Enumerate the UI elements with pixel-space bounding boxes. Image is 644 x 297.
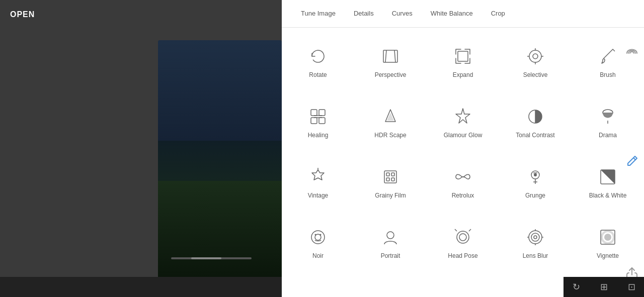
photo-scrollbar-thumb — [191, 257, 221, 259]
healing-icon — [308, 107, 328, 127]
svg-rect-3 — [458, 51, 468, 61]
rainbow-icon[interactable] — [623, 40, 641, 58]
bottom-icon-1[interactable]: ↻ — [573, 281, 580, 292]
tool-grainy-film[interactable]: Grainy Film — [354, 153, 427, 214]
bottom-icon-3[interactable]: ⊡ — [628, 281, 635, 292]
left-panel: OPEN — [0, 0, 282, 297]
perspective-icon — [380, 46, 400, 66]
tool-glamour-glow[interactable]: Glamour Glow — [427, 93, 499, 153]
svg-line-45 — [469, 229, 471, 231]
vignette-icon — [598, 227, 618, 247]
svg-line-56 — [633, 158, 635, 160]
svg-line-2 — [394, 50, 395, 62]
tab-crop[interactable]: Crop — [482, 0, 514, 28]
glamour-glow-label: Glamour Glow — [444, 132, 482, 140]
black-white-icon — [598, 167, 618, 187]
tool-perspective[interactable]: Perspective — [354, 33, 427, 93]
hdr-scape-icon — [380, 107, 400, 127]
healing-label: Healing — [308, 132, 329, 140]
svg-rect-13 — [311, 118, 317, 124]
top-tabs: Tune Image Details Curves White Balance … — [282, 0, 644, 28]
bottom-strip — [0, 277, 282, 297]
svg-point-4 — [529, 50, 541, 62]
svg-point-43 — [459, 234, 466, 241]
svg-rect-28 — [391, 173, 394, 176]
tool-hdr-scape[interactable]: HDR Scape — [354, 93, 427, 153]
selective-icon — [525, 46, 545, 66]
svg-point-5 — [533, 54, 538, 59]
bottom-icon-2[interactable]: ⊞ — [600, 281, 608, 292]
svg-rect-29 — [386, 178, 389, 181]
vintage-label: Vintage — [308, 192, 328, 200]
tonal-contrast-label: Tonal Contrast — [516, 132, 554, 140]
lens-blur-icon — [525, 227, 545, 247]
tool-rotate[interactable]: Rotate — [282, 33, 354, 93]
grunge-label: Grunge — [525, 192, 545, 200]
pencil-icon[interactable] — [623, 152, 641, 170]
expand-label: Expand — [453, 71, 473, 79]
open-button[interactable]: OPEN — [10, 10, 35, 19]
hdr-scape-label: HDR Scape — [374, 132, 406, 140]
photo-scrollbar[interactable] — [171, 257, 252, 259]
brush-icon — [598, 46, 618, 66]
drama-icon — [598, 107, 618, 127]
tool-expand[interactable]: Expand — [427, 33, 499, 93]
svg-rect-42 — [457, 231, 469, 243]
tonal-contrast-icon — [525, 107, 545, 127]
tab-tune-image[interactable]: Tune Image — [292, 0, 345, 28]
selective-label: Selective — [523, 71, 548, 79]
tool-selective[interactable]: Selective — [499, 33, 572, 93]
svg-rect-11 — [311, 110, 317, 116]
svg-rect-12 — [319, 110, 325, 116]
svg-rect-14 — [319, 118, 325, 124]
svg-rect-27 — [386, 173, 389, 176]
glamour-glow-icon — [453, 107, 473, 127]
tool-grunge[interactable]: Grunge — [499, 153, 572, 214]
tab-details[interactable]: Details — [345, 0, 383, 28]
tab-curves[interactable]: Curves — [383, 0, 422, 28]
perspective-label: Perspective — [375, 71, 407, 79]
grainy-film-icon — [380, 167, 400, 187]
tools-grid: Rotate Perspective — [282, 33, 644, 274]
noir-icon — [308, 227, 328, 247]
vintage-icon — [308, 167, 328, 187]
expand-icon — [453, 46, 473, 66]
tool-vintage[interactable]: Vintage — [282, 153, 354, 214]
noir-label: Noir — [312, 252, 324, 260]
brush-label: Brush — [600, 71, 615, 79]
photo-preview — [158, 40, 282, 281]
svg-point-39 — [315, 234, 316, 236]
lens-blur-label: Lens Blur — [523, 252, 548, 260]
svg-line-44 — [455, 229, 457, 231]
svg-point-41 — [387, 232, 394, 239]
tool-retrolux[interactable]: Retrolux — [427, 153, 499, 214]
svg-marker-24 — [312, 170, 324, 180]
svg-rect-30 — [391, 178, 394, 181]
svg-rect-26 — [384, 171, 396, 183]
svg-line-1 — [385, 50, 386, 62]
svg-point-37 — [311, 231, 325, 244]
portrait-label: Portrait — [381, 252, 400, 260]
tool-head-pose[interactable]: Head Pose — [427, 214, 499, 274]
tool-healing[interactable]: Healing — [282, 93, 354, 153]
svg-marker-18 — [387, 113, 394, 121]
rotate-label: Rotate — [309, 71, 327, 79]
tool-portrait[interactable]: Portrait — [354, 214, 427, 274]
tools-container: Rotate Perspective — [282, 28, 644, 297]
portrait-icon — [380, 227, 400, 247]
head-pose-icon — [453, 227, 473, 247]
head-pose-label: Head Pose — [448, 252, 477, 260]
drama-label: Drama — [599, 132, 617, 140]
svg-line-10 — [613, 49, 615, 51]
svg-point-47 — [531, 233, 539, 241]
tool-tonal-contrast[interactable]: Tonal Contrast — [499, 93, 572, 153]
grunge-icon — [525, 167, 545, 187]
svg-marker-19 — [456, 109, 470, 123]
svg-point-40 — [320, 234, 321, 236]
tool-lens-blur[interactable]: Lens Blur — [499, 214, 572, 274]
tool-noir[interactable]: Noir — [282, 214, 354, 274]
tab-white-balance[interactable]: White Balance — [422, 0, 482, 28]
retrolux-label: Retrolux — [452, 192, 474, 200]
svg-point-48 — [534, 236, 537, 239]
bottom-strip: ↻ ⊞ ⊡ — [564, 277, 644, 297]
